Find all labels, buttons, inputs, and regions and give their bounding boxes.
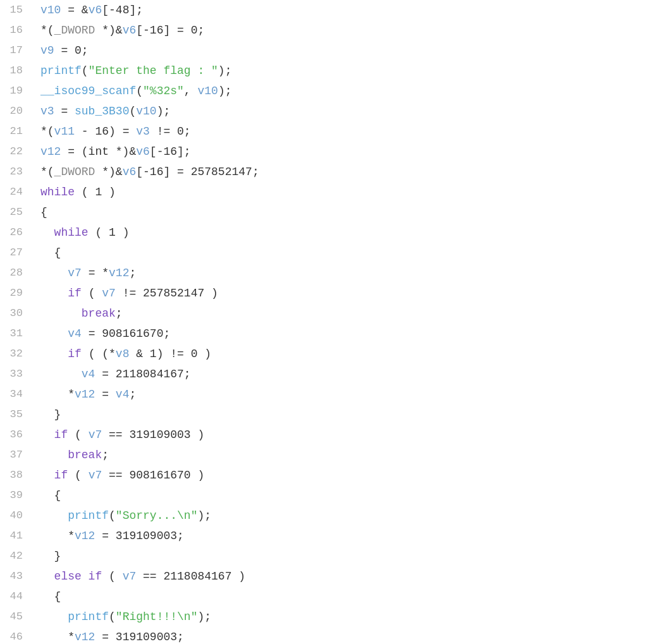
plain-token: [-16] = 0; [136,24,204,37]
keyword-token: if [68,287,82,300]
plain-token: *( [40,166,54,178]
keyword-token: break [82,307,116,320]
plain-token [40,469,54,482]
plain-token: ; [116,307,123,320]
line-number: 28 [5,263,23,283]
plain-token: [-16] = 257852147; [136,166,259,178]
plain-token [40,226,54,239]
plain-token: != 257852147 ) [116,287,218,300]
plain-token: = 908161670; [82,327,170,340]
code-line: v9 = 0; [40,40,662,61]
plain-token: = & [61,4,88,16]
line-number: 17 [5,40,23,61]
plain-token: [-16]; [150,145,191,158]
plain-token [40,611,68,623]
plain-token: & 1) != 0 ) [129,348,211,360]
code-line: *v12 = 319109003; [40,627,662,644]
variable-token: v7 [102,287,116,300]
variable-token: v12 [75,388,95,401]
plain-token [40,509,68,522]
plain-token: [-48]; [102,4,143,16]
function-token: printf [40,64,82,77]
plain-token [40,570,54,583]
plain-token: == 2118084167 ) [136,570,245,583]
code-line: break; [40,303,662,324]
plain-token [40,449,68,461]
plain-token: * [40,530,75,542]
plain-token: - 16) = [75,125,136,138]
plain-token: ); [218,64,232,77]
plain-token [40,267,68,279]
plain-token [40,348,68,360]
line-number: 20 [5,101,23,121]
line-number: 34 [5,384,23,404]
plain-token: ( [82,287,102,300]
variable-token: v12 [75,631,95,643]
line-number: 43 [5,566,23,586]
string-token: "%32s" [143,85,184,97]
plain-token: ); [197,509,211,522]
plain-token: } [40,550,61,562]
code-line: { [40,243,662,263]
plain-token: *)& [95,166,122,178]
code-line: if ( (*v8 & 1) != 0 ) [40,344,662,364]
keyword-token: break [68,449,102,461]
variable-token: v10 [197,85,218,97]
variable-token: v9 [40,44,54,57]
line-number: 31 [5,324,23,344]
variable-token: v4 [116,388,130,401]
variable-token: v4 [68,327,82,340]
plain-token: ( 1 ) [75,186,116,198]
plain-token [40,428,54,441]
plain-token: ); [218,85,232,97]
keyword-token: if [54,469,68,482]
plain-token: { [40,489,61,502]
plain-token: ; [129,267,136,279]
plain-token [40,287,68,300]
code-line: printf("Enter the flag : "); [40,61,662,81]
code-line: v12 = (int *)&v6[-16]; [40,142,662,162]
code-line: v4 = 908161670; [40,324,662,344]
string-token: "Sorry...\n" [116,509,198,522]
plain-token: != 0; [150,125,191,138]
keyword-token: while [54,226,89,239]
plain-token: = 0; [54,44,89,57]
type-token: _DWORD [54,24,95,37]
keyword-token: if [54,428,68,441]
line-number: 24 [5,182,23,202]
plain-token: ); [197,611,211,623]
code-line: v3 = sub_3B30(v10); [40,101,662,121]
code-line: v7 = *v12; [40,263,662,283]
function-token: sub_3B30 [75,105,129,118]
plain-token: * [40,388,75,401]
code-line: { [40,202,662,222]
plain-token: * [40,631,75,643]
code-content: v10 = &v6[-48];*(_DWORD *)&v6[-16] = 0;v… [30,0,662,644]
code-line: *(_DWORD *)&v6[-16] = 0; [40,20,662,40]
string-token: "Enter the flag : " [89,64,218,77]
line-number: 25 [5,202,23,222]
plain-token: ( [136,85,143,97]
plain-token: = 2118084167; [95,368,190,380]
line-number: 15 [5,0,23,20]
code-line: printf("Right!!!\n"); [40,607,662,627]
line-number: 26 [5,222,23,243]
code-container: 1516171819202122232425262728293031323334… [0,0,662,644]
variable-token: v11 [54,125,75,138]
line-number: 30 [5,303,23,324]
plain-token: ); [157,105,171,118]
variable-token: v12 [75,530,95,542]
line-number: 19 [5,81,23,101]
keyword-token: else if [54,570,102,583]
variable-token: v12 [40,145,61,158]
code-line: *(v11 - 16) = v3 != 0; [40,121,662,142]
plain-token: ( [68,428,88,441]
variable-token: v12 [109,267,129,279]
variable-token: v6 [89,4,102,16]
line-number: 32 [5,344,23,364]
line-number: 37 [5,445,23,465]
plain-token: ( [109,509,116,522]
line-number: 38 [5,465,23,485]
plain-token: ; [102,449,109,461]
plain-token: *( [40,24,54,37]
